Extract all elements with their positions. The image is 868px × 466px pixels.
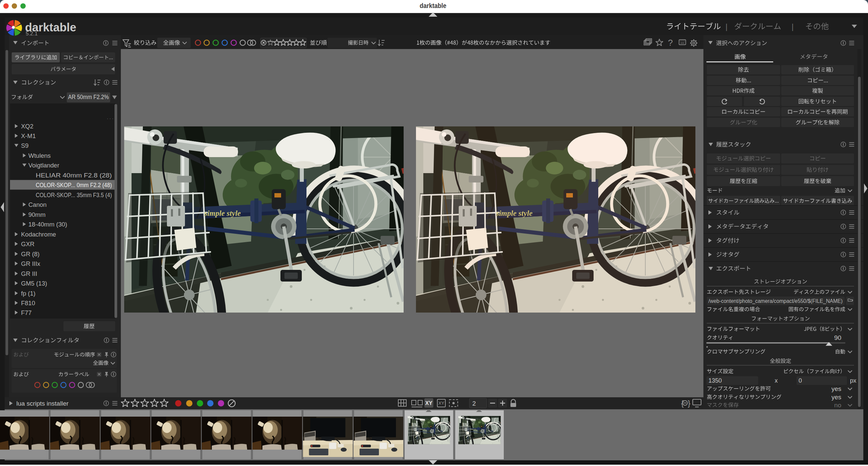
svg-text:/web-content/photo_camera/comp: /web-content/photo_camera/compact/e550/$… (708, 298, 843, 304)
svg-text:darktable: darktable (420, 2, 446, 9)
svg-text:px: px (850, 377, 856, 384)
svg-text:Voigtlander: Voigtlander (28, 162, 59, 169)
svg-text:yes: yes (831, 385, 841, 392)
svg-text:0: 0 (799, 377, 802, 384)
svg-text:GM5 (13): GM5 (13) (21, 280, 47, 287)
svg-text:yes: yes (831, 394, 841, 401)
svg-text:no: no (834, 402, 841, 409)
svg-text:}: } (688, 399, 690, 408)
svg-text:GR IIIx: GR IIIx (21, 260, 40, 267)
svg-text:GXR: GXR (21, 240, 34, 247)
svg-text:S9: S9 (21, 142, 29, 149)
svg-text:5.2.1: 5.2.1 (26, 31, 38, 36)
svg-text:GR III: GR III (21, 270, 37, 277)
svg-text:X-M1: X-M1 (21, 132, 36, 139)
svg-text:XY: XY (438, 401, 444, 406)
svg-text:?: ? (668, 38, 673, 48)
svg-text:F77: F77 (21, 309, 32, 316)
svg-text:90mm: 90mm (28, 211, 45, 218)
svg-text:GR (8): GR (8) (21, 251, 40, 258)
svg-text:COLOR-SKOP... 35mm F3.5 (4): COLOR-SKOP... 35mm F3.5 (4) (36, 192, 112, 198)
svg-text:XY: XY (425, 400, 433, 406)
svg-text:x: x (775, 377, 778, 384)
svg-text:18-40mm (30): 18-40mm (30) (28, 221, 67, 228)
svg-text:Kodachrome: Kodachrome (21, 231, 56, 238)
svg-text:90: 90 (834, 334, 841, 341)
svg-text:|: | (792, 22, 794, 31)
svg-text:AR 50mm F2.2%: AR 50mm F2.2% (68, 94, 109, 100)
svg-text:F810: F810 (21, 300, 35, 306)
svg-text:Wtulens: Wtulens (28, 152, 51, 159)
svg-text:lua scripts installer: lua scripts installer (17, 400, 69, 407)
svg-text:XQ2: XQ2 (21, 123, 33, 130)
svg-text:COLOR-SKOP... 0mm F2.2 (48): COLOR-SKOP... 0mm F2.2 (48) (36, 181, 112, 189)
svg-text:Canon: Canon (28, 201, 47, 208)
svg-text:2: 2 (472, 400, 476, 407)
svg-text:. . .: . . . (107, 115, 113, 120)
svg-text:1350: 1350 (708, 377, 722, 384)
svg-text:fp (1): fp (1) (21, 290, 35, 297)
svg-text:|: | (725, 22, 727, 31)
svg-text:HELIAR 40mm F2.8 (28): HELIAR 40mm F2.8 (28) (36, 172, 112, 179)
